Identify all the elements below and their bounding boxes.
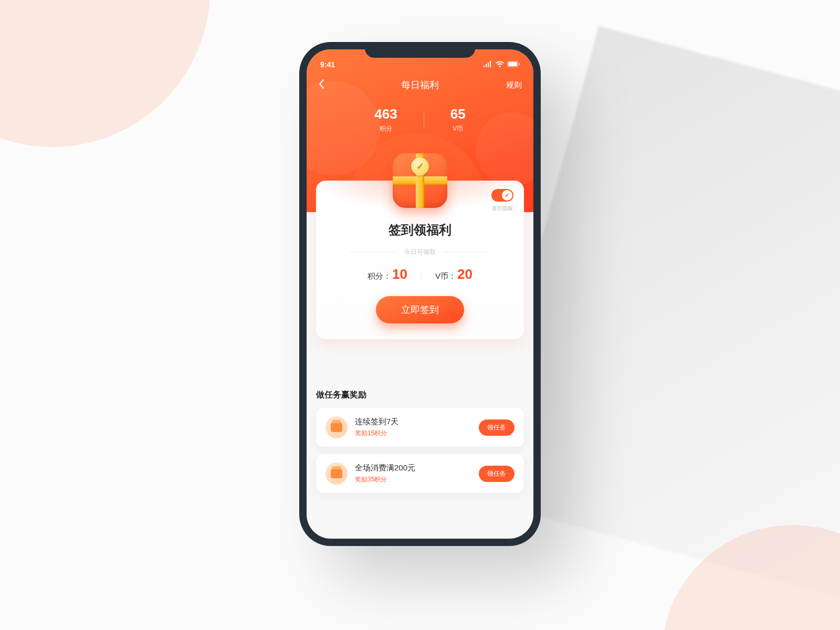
phone-screen: 9:41 每日福利 规则 <box>307 49 533 539</box>
bg-circle-bottom-right <box>662 525 840 630</box>
signin-title: 签到领福利 <box>329 222 511 238</box>
reward-points-value: 10 <box>392 266 407 282</box>
today-available-label: 今日可领取 <box>329 248 511 257</box>
signal-icon <box>483 60 492 69</box>
reward-vcoin-label: V币： <box>435 271 456 281</box>
phone-frame: 9:41 每日福利 规则 <box>299 42 541 546</box>
stat-points-label: 积分 <box>374 124 397 133</box>
svg-rect-1 <box>508 62 517 66</box>
task-reward: 奖励15积分 <box>355 429 471 438</box>
stat-points-value: 463 <box>374 106 397 122</box>
stat-vcoin-label: V币 <box>450 124 466 133</box>
gift-icon: ✓ <box>393 153 447 208</box>
reward-vcoin: V币： 20 <box>435 266 472 282</box>
rules-link[interactable]: 规则 <box>506 80 522 90</box>
tasks-section-title: 做任务赢奖励 <box>316 390 524 401</box>
task-text: 全场消费满200元 奖励35积分 <box>355 463 471 484</box>
reminder-toggle[interactable]: ✓ <box>491 189 513 202</box>
stats-row: 463 积分 65 V币 <box>307 106 533 133</box>
wifi-icon <box>496 60 504 69</box>
today-rewards: 积分： 10 V币： 20 <box>329 266 511 282</box>
status-right <box>483 60 520 69</box>
signin-card: ✓ ✓ 签到提醒 签到领福利 今日可领取 积分： 10 <box>316 181 524 339</box>
tasks-section: 做任务赢奖励 连续签到7天 奖励15积分 领任务 全场消费满200元 奖励35积… <box>316 390 524 500</box>
reward-points-label: 积分： <box>368 271 391 281</box>
task-text: 连续签到7天 奖励15积分 <box>355 417 471 438</box>
page-title: 每日福利 <box>307 79 533 91</box>
status-time: 9:41 <box>320 60 335 69</box>
stat-points[interactable]: 463 积分 <box>348 106 423 133</box>
task-name: 全场消费满200元 <box>355 463 471 473</box>
task-name: 连续签到7天 <box>355 417 471 427</box>
stat-vcoin[interactable]: 65 V币 <box>424 106 492 133</box>
task-reward: 奖励35积分 <box>355 475 471 484</box>
reward-points: 积分： 10 <box>368 266 407 282</box>
task-calendar-icon <box>326 463 348 485</box>
checkmark-medal-icon: ✓ <box>411 158 429 175</box>
phone-notch <box>365 42 475 58</box>
back-button[interactable] <box>318 79 324 91</box>
task-calendar-icon <box>326 416 348 438</box>
task-row[interactable]: 全场消费满200元 奖励35积分 领任务 <box>316 454 524 493</box>
stat-vcoin-value: 65 <box>450 106 466 122</box>
reward-divider <box>421 269 422 280</box>
claim-task-button[interactable]: 领任务 <box>479 466 514 482</box>
nav-bar: 每日福利 规则 <box>307 70 533 91</box>
today-label-text: 今日可领取 <box>404 248 436 257</box>
battery-icon <box>507 60 520 69</box>
status-bar: 9:41 <box>307 59 533 70</box>
svg-rect-2 <box>519 63 520 65</box>
task-row[interactable]: 连续签到7天 奖励15积分 领任务 <box>316 408 524 447</box>
checkmark-icon: ✓ <box>502 190 512 201</box>
claim-task-button[interactable]: 领任务 <box>479 419 514 436</box>
signin-reminder: ✓ 签到提醒 <box>491 189 513 212</box>
reminder-label: 签到提醒 <box>492 205 513 212</box>
signin-button[interactable]: 立即签到 <box>376 296 464 323</box>
bg-circle-top-left <box>0 0 210 147</box>
reward-vcoin-value: 20 <box>457 266 472 282</box>
